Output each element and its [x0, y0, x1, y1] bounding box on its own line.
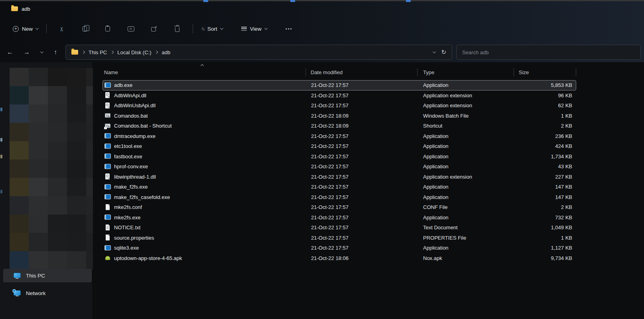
- file-size: 424 KB: [514, 143, 576, 149]
- address-dropdown-chevron[interactable]: [433, 50, 436, 53]
- file-row[interactable]: hprof-conv.exe21-Oct-22 17:57Application…: [102, 161, 576, 172]
- file-row[interactable]: source.properties21-Oct-22 17:57PROPERTI…: [102, 233, 576, 243]
- cut-button[interactable]: ✂: [54, 22, 69, 36]
- blurred-sidebar-item: [29, 86, 48, 104]
- view-button[interactable]: View: [237, 22, 271, 36]
- sidebar-blur-mosaic: [10, 68, 93, 270]
- file-name-cell: uptodown-app-store-4-65.apk: [102, 255, 306, 261]
- file-row[interactable]: etc1tool.exe21-Oct-22 17:57Application42…: [102, 141, 576, 152]
- column-header-type[interactable]: Type: [418, 66, 514, 78]
- column-headers: Name Date modified Type Size: [102, 66, 576, 78]
- sidebar-item-this-pc[interactable]: This PC: [3, 269, 92, 282]
- new-button[interactable]: New: [9, 22, 42, 36]
- explorer-tab[interactable]: adb: [0, 6, 30, 12]
- toolbar-divider: [193, 24, 193, 33]
- sidebar-item-network[interactable]: Network: [3, 286, 92, 300]
- blurred-sidebar-item: [29, 178, 48, 196]
- dll-file-icon: [104, 102, 111, 109]
- scissors-icon: ✂: [59, 26, 65, 32]
- file-type: Application: [418, 82, 514, 88]
- breadcrumb-this-pc[interactable]: This PC: [85, 48, 110, 57]
- address-bar[interactable]: This PC Local Disk (C:) adb ↻: [65, 45, 452, 60]
- file-size: 62 KB: [514, 102, 576, 108]
- file-name-cell: AdbWinUsbApi.dll: [102, 102, 306, 109]
- file-date-modified: 21-Oct-22 17:57: [306, 174, 418, 180]
- file-list: adb.exe21-Oct-22 17:57Application5,853 K…: [102, 80, 576, 263]
- search-input[interactable]: [456, 45, 641, 60]
- file-row[interactable]: mke2fs.exe21-Oct-22 17:57Application732 …: [102, 213, 576, 223]
- file-name-cell: Comandos.bat: [102, 112, 306, 119]
- breadcrumb-local-disk-c[interactable]: Local Disk (C:): [114, 48, 154, 57]
- blur-row: [10, 86, 93, 104]
- file-name-cell: sqlite3.exe: [102, 245, 306, 251]
- file-row[interactable]: adb.exe21-Oct-22 17:57Application5,853 K…: [102, 80, 576, 91]
- file-row[interactable]: libwinpthread-1.dll21-Oct-22 17:57Applic…: [102, 172, 576, 182]
- file-row[interactable]: dmtracedump.exe21-Oct-22 17:57Applicatio…: [102, 131, 576, 142]
- file-row[interactable]: make_f2fs.exe21-Oct-22 17:57Application1…: [102, 182, 576, 192]
- recent-locations-button[interactable]: [35, 46, 49, 59]
- file-name-cell: dmtracedump.exe: [102, 133, 306, 139]
- titlebar: adb: [0, 3, 30, 14]
- breadcrumb-separator: [82, 51, 85, 54]
- file-date-modified: 21-Oct-22 17:57: [306, 215, 418, 221]
- file-row[interactable]: AdbWinUsbApi.dll21-Oct-22 17:57Applicati…: [102, 100, 576, 111]
- file-date-modified: 21-Oct-22 17:57: [306, 133, 418, 139]
- chevron-down-icon: [264, 26, 268, 30]
- share-button[interactable]: [146, 22, 161, 36]
- file-size: 1 KB: [514, 235, 576, 241]
- column-header-label: Type: [423, 69, 434, 75]
- file-row[interactable]: mke2fs.conf21-Oct-22 17:57CONF File2 KB: [102, 202, 576, 213]
- column-header-size[interactable]: Size: [514, 66, 576, 78]
- file-date-modified: 21-Oct-22 17:57: [306, 245, 418, 251]
- file-row[interactable]: AdbWinApi.dll21-Oct-22 17:57Application …: [102, 91, 576, 101]
- file-row[interactable]: Comandos.bat21-Oct-22 18:09Windows Batch…: [102, 111, 576, 121]
- file-row[interactable]: make_f2fs_casefold.exe21-Oct-22 17:57App…: [102, 192, 576, 203]
- exe-file-icon: [104, 143, 111, 150]
- file-type: CONF File: [418, 204, 514, 210]
- file-type: PROPERTIES File: [418, 235, 514, 241]
- blurred-sidebar-item: [86, 160, 93, 178]
- column-header-name[interactable]: Name: [102, 66, 306, 78]
- exe-file-icon: [104, 163, 111, 170]
- file-name-cell: Comandos.bat - Shortcut: [102, 123, 306, 129]
- breadcrumb-adb[interactable]: adb: [158, 48, 173, 57]
- file-name: AdbWinApi.dll: [114, 93, 146, 98]
- file-row[interactable]: Comandos.bat - Shortcut21-Oct-22 18:09Sh…: [102, 121, 576, 131]
- file-type: Application: [418, 215, 514, 221]
- file-size: 1,734 KB: [514, 154, 576, 160]
- file-size: 9,734 KB: [514, 255, 576, 261]
- page-file-icon: [104, 204, 111, 211]
- file-pane: Name Date modified Type Size adb.exe21-O…: [93, 62, 644, 319]
- file-row[interactable]: uptodown-app-store-4-65.apk21-Oct-22 18:…: [102, 253, 576, 264]
- file-name-cell: make_f2fs.exe: [102, 184, 306, 190]
- refresh-icon[interactable]: ↻: [441, 49, 446, 56]
- up-button[interactable]: ↑: [49, 46, 62, 59]
- blur-row: [10, 160, 93, 178]
- forward-button[interactable]: →: [20, 46, 33, 59]
- folder-icon: [11, 6, 18, 11]
- blurred-sidebar-item: [86, 233, 93, 251]
- sidebar-item-label: This PC: [26, 273, 45, 279]
- delete-button[interactable]: [169, 22, 185, 36]
- rename-button[interactable]: [123, 22, 138, 36]
- sort-button[interactable]: ↑↓ Sort: [197, 22, 227, 36]
- paste-button[interactable]: [100, 22, 115, 36]
- back-button[interactable]: ←: [3, 46, 17, 59]
- copy-button[interactable]: [77, 22, 92, 36]
- file-name: fastboot.exe: [114, 154, 142, 160]
- tab-title: adb: [22, 6, 30, 12]
- more-options-button[interactable]: •••: [282, 22, 297, 36]
- file-name-cell: source.properties: [102, 234, 306, 241]
- file-row[interactable]: fastboot.exe21-Oct-22 17:57Application1,…: [102, 152, 576, 162]
- file-name-cell: fastboot.exe: [102, 153, 306, 160]
- trash-icon: [175, 27, 179, 32]
- file-row[interactable]: NOTICE.txt21-Oct-22 17:57Text Document1,…: [102, 223, 576, 233]
- file-date-modified: 21-Oct-22 18:09: [306, 123, 418, 129]
- blurred-sidebar-item: [86, 178, 93, 196]
- blurred-sidebar-item: [48, 233, 67, 251]
- blur-row: [10, 123, 93, 141]
- top-artifact: [406, 0, 411, 2]
- column-header-date-modified[interactable]: Date modified: [306, 66, 418, 78]
- file-row[interactable]: sqlite3.exe21-Oct-22 17:57Application1,1…: [102, 243, 576, 253]
- file-size: 1,049 KB: [514, 224, 576, 230]
